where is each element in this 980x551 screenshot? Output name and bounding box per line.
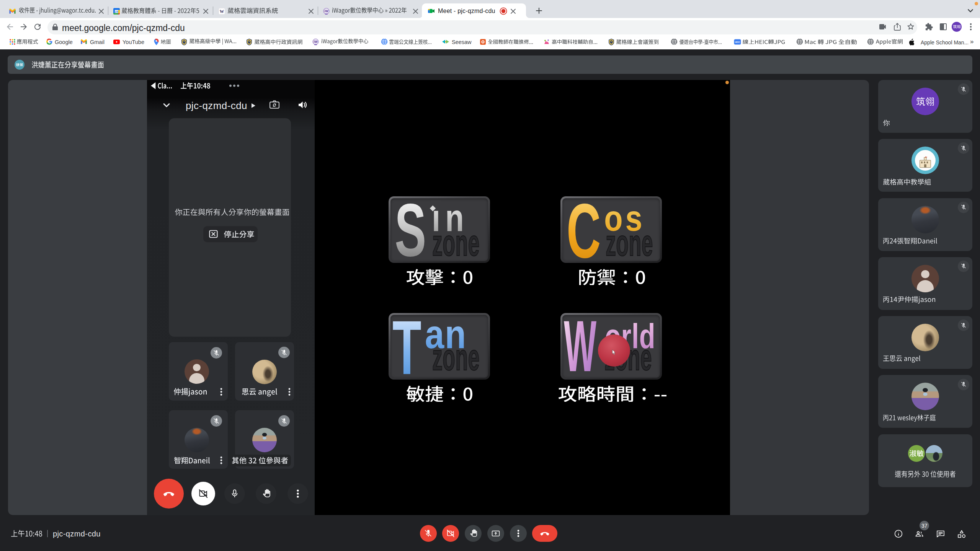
svg-text:HEIC: HEIC [735, 41, 740, 43]
svg-text:W: W [219, 9, 224, 13]
svg-text:iW: iW [324, 9, 328, 13]
svg-text:25: 25 [115, 10, 118, 13]
svg-text:iW: iW [314, 40, 318, 44]
